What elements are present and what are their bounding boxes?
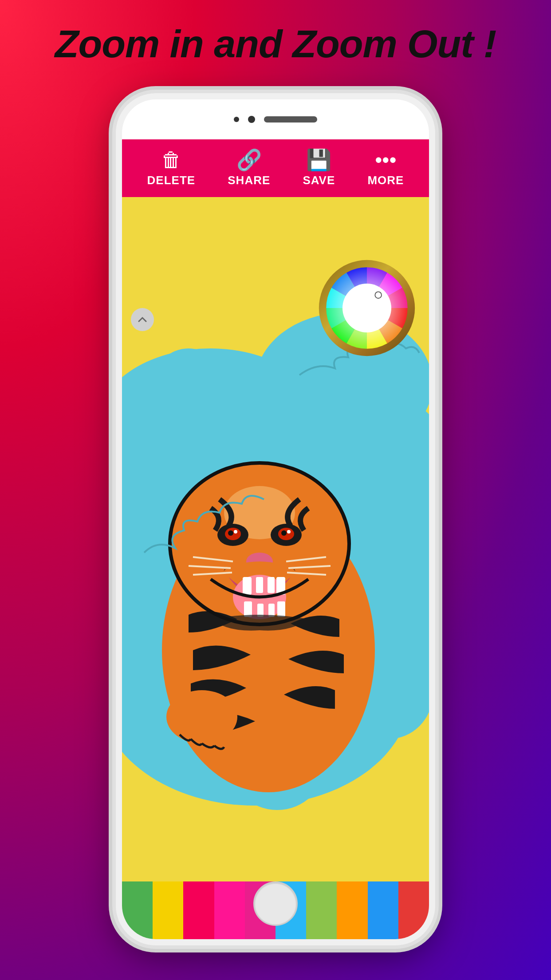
delete-label: DELETE	[147, 174, 196, 187]
save-button[interactable]: 💾 SAVE	[303, 150, 335, 187]
palette-yellow[interactable]	[153, 881, 183, 939]
svg-rect-38	[256, 577, 263, 593]
palette-hot-pink[interactable]	[214, 881, 245, 939]
color-wheel-popup[interactable]	[318, 259, 416, 357]
color-wheel-svg	[318, 259, 416, 357]
palette-orange[interactable]	[337, 881, 367, 939]
palette-green[interactable]	[122, 881, 153, 939]
svg-point-31	[281, 530, 287, 536]
palette-light-green[interactable]	[306, 881, 337, 939]
canvas-area[interactable]	[122, 197, 429, 881]
main-toolbar: 🗑 DELETE 🔗 SHARE 💾 SAVE ••• MORE	[122, 139, 429, 197]
front-camera	[234, 117, 239, 122]
svg-rect-41	[244, 601, 252, 617]
svg-point-51	[166, 690, 237, 743]
svg-point-56	[342, 284, 391, 332]
palette-red[interactable]	[398, 881, 429, 939]
svg-point-33	[287, 530, 291, 533]
app-screen: 🗑 DELETE 🔗 SHARE 💾 SAVE ••• MORE	[122, 139, 429, 939]
more-button[interactable]: ••• MORE	[367, 150, 404, 187]
speaker	[264, 116, 317, 122]
delete-button[interactable]: 🗑 DELETE	[147, 150, 196, 187]
save-label: SAVE	[303, 174, 335, 187]
svg-point-30	[228, 530, 233, 536]
svg-rect-39	[268, 577, 275, 593]
svg-point-32	[234, 530, 237, 533]
home-button[interactable]	[253, 881, 298, 926]
more-icon: •••	[375, 150, 396, 170]
phone-top-bar	[122, 99, 429, 139]
chevron-up-icon	[136, 313, 149, 326]
svg-rect-37	[243, 577, 252, 595]
share-button[interactable]: 🔗 SHARE	[228, 150, 270, 187]
share-label: SHARE	[228, 174, 270, 187]
palette-red-pink[interactable]	[183, 881, 214, 939]
page-title: Zoom in and Zoom Out !	[0, 21, 551, 67]
camera	[248, 116, 255, 123]
phone-screen: 🗑 DELETE 🔗 SHARE 💾 SAVE ••• MORE	[122, 99, 429, 939]
svg-point-57	[375, 292, 382, 298]
trash-icon: 🗑	[161, 150, 181, 170]
palette-blue[interactable]	[368, 881, 398, 939]
more-label: MORE	[367, 174, 404, 187]
svg-point-21	[350, 386, 390, 426]
phone-frame: 🗑 DELETE 🔗 SHARE 💾 SAVE ••• MORE	[116, 93, 435, 945]
collapse-button[interactable]	[131, 308, 154, 331]
save-icon: 💾	[306, 150, 331, 170]
svg-rect-44	[277, 601, 285, 617]
share-icon: 🔗	[236, 150, 262, 170]
